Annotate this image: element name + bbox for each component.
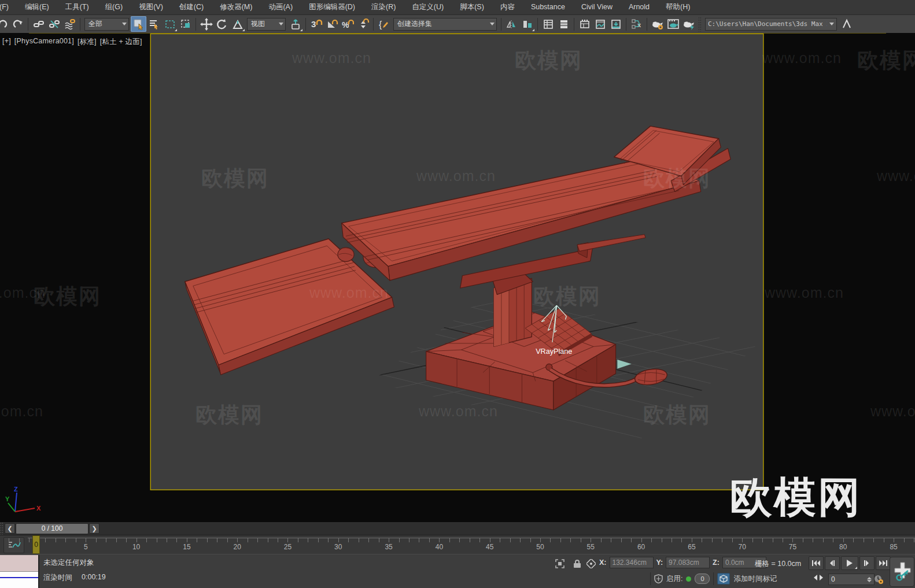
named-selection-set-dropdown[interactable]: 创建选择集 (393, 18, 497, 31)
menu-item-2[interactable]: 工具(T) (57, 0, 97, 14)
rectangular-selection-region-icon[interactable] (162, 16, 178, 32)
enable-label: 启用: (666, 574, 682, 584)
render-production-icon[interactable] (681, 16, 696, 32)
go-to-start-button[interactable] (809, 556, 824, 570)
dope-sheet-icon[interactable] (608, 16, 623, 32)
menu-item-8[interactable]: 图形编辑器(D) (301, 0, 363, 14)
object-name-label[interactable]: VRayPlane (536, 347, 572, 356)
viewport[interactable]: VRayPlane [+] [PhysCamera001] [标准] [粘土 +… (0, 33, 915, 522)
project-folder-field[interactable]: C:\Users\Han\Documents\3ds Max 2022 (705, 18, 837, 31)
camera-view-area[interactable] (150, 34, 763, 490)
isolate-selection-toggle[interactable] (554, 558, 566, 569)
toggle-ribbon-icon[interactable] (577, 16, 592, 32)
curve-editor-icon[interactable] (592, 16, 608, 32)
redo-icon[interactable] (10, 16, 25, 32)
undo-icon[interactable] (0, 16, 10, 32)
reference-coordinate-value: 视图 (251, 19, 265, 29)
listener-script-pane[interactable] (0, 572, 38, 588)
schematic-view-icon[interactable]: x (629, 16, 644, 32)
spinner-snap-icon[interactable] (355, 16, 371, 32)
menu-item-4[interactable]: 视图(V) (131, 0, 171, 14)
select-and-move-icon[interactable] (198, 16, 214, 32)
viewport-standard-label[interactable]: [标准] (78, 37, 97, 47)
menu-item-5[interactable]: 创建(C) (171, 0, 212, 14)
current-frame-marker[interactable]: 0 (32, 535, 40, 554)
menu-item-13[interactable]: Substance (523, 0, 573, 14)
align-icon[interactable] (519, 16, 535, 32)
reference-coordinate-dropdown[interactable]: 视图 (247, 18, 286, 31)
menu-item-12[interactable]: 内容 (492, 0, 523, 14)
toggle-layer-explorer-icon[interactable] (556, 16, 571, 32)
menu-item-0[interactable]: 文件(F) (0, 0, 17, 14)
previous-frame-button[interactable] (825, 556, 840, 570)
menu-item-1[interactable]: 编辑(E) (17, 0, 57, 14)
x-coordinate-field[interactable] (610, 557, 654, 568)
select-and-link-icon[interactable] (31, 16, 46, 32)
render-setup-icon[interactable] (650, 16, 665, 32)
selection-filter-value: 全部 (88, 19, 102, 29)
y-coordinate-field[interactable] (666, 557, 710, 568)
menu-item-9[interactable]: 渲染(R) (363, 0, 404, 14)
use-pivot-point-icon[interactable] (287, 16, 303, 32)
viewport-shading-label[interactable]: [粘土 + 边面] (100, 37, 142, 47)
menu-item-7[interactable]: 动画(A) (260, 0, 301, 14)
toggle-scene-explorer-icon[interactable] (540, 16, 556, 32)
selection-filter-dropdown[interactable]: 全部 (84, 18, 129, 31)
next-frame-slider-button[interactable]: ❯ (89, 523, 99, 534)
menu-item-14[interactable]: Civil View (573, 0, 621, 14)
window-crossing-toggle-icon[interactable] (178, 16, 193, 32)
scene-canvas[interactable]: VRayPlane (0, 33, 915, 522)
unlink-selection-icon[interactable] (46, 16, 62, 32)
add-time-tag-label[interactable]: 添加时间标记 (733, 574, 777, 584)
angle-snap-icon[interactable] (324, 16, 340, 32)
next-frame-button[interactable] (859, 556, 875, 570)
menu-item-6[interactable]: 修改器(M) (212, 0, 260, 14)
edit-named-selection-sets-icon[interactable]: { (376, 16, 392, 32)
select-and-scale-icon[interactable] (230, 16, 245, 32)
world-axis-tripod: Z X Y (5, 486, 45, 517)
menu-item-16[interactable]: 帮助(H) (658, 0, 698, 14)
frame-spinner[interactable] (867, 577, 872, 582)
frame-label-55: 55 (587, 543, 595, 551)
viewport-menu-plus[interactable]: [+] (2, 37, 11, 47)
go-to-end-button[interactable] (876, 556, 891, 570)
previous-frame-slider-button[interactable]: ❮ (5, 523, 15, 534)
select-by-name-icon[interactable] (146, 16, 162, 32)
time-slider-handle[interactable]: 0 / 100 (16, 523, 88, 534)
menu-item-15[interactable]: Arnold (621, 0, 658, 14)
snap-toggle-3d-icon[interactable]: 3 (308, 16, 324, 32)
clipped-toolbar-icon[interactable] (839, 16, 854, 32)
chevron-down-icon (122, 23, 127, 25)
toolbar-separator (626, 18, 626, 31)
percent-snap-icon[interactable]: % (340, 16, 355, 32)
frame-label-20: 20 (234, 543, 241, 551)
set-key-button[interactable] (890, 557, 914, 587)
play-animation-button[interactable] (841, 556, 858, 570)
viewport-pov-label[interactable]: [PhysCamera001] (14, 37, 74, 47)
absolute-offset-mode-toggle[interactable] (585, 558, 597, 569)
time-configuration-button[interactable] (873, 574, 884, 585)
track-bar[interactable]: 0510152025303540455055606570758085 0 (0, 535, 915, 554)
enabled-count-badge[interactable]: 0 (695, 574, 710, 584)
project-folder-path: C:\Users\Han\Documents\3ds Max 2022 (708, 20, 827, 28)
time-slider-grip[interactable] (0, 522, 4, 535)
key-mode-toggle[interactable] (813, 574, 824, 581)
bind-to-space-warp-icon[interactable] (62, 16, 78, 32)
shield-icon[interactable] (654, 574, 663, 583)
flyout-corner (532, 29, 534, 31)
mirror-icon[interactable] (504, 16, 519, 32)
menu-item-11[interactable]: 脚本(S) (452, 0, 492, 14)
cube-icon[interactable] (717, 573, 730, 585)
toolbar-drag-handle[interactable] (698, 17, 702, 32)
maxscript-mini-listener[interactable] (0, 555, 39, 588)
menu-item-10[interactable]: 自定义(U) (404, 0, 452, 14)
menu-item-3[interactable]: 组(G) (97, 0, 131, 14)
axis-y-label: Y (5, 495, 10, 502)
current-frame-field[interactable]: 0 (828, 574, 875, 585)
grid-size-label: 栅格 = 10.0cm (755, 559, 801, 569)
select-and-rotate-icon[interactable] (214, 16, 230, 32)
rendered-frame-window-icon[interactable] (665, 16, 681, 32)
listener-macro-pane[interactable] (0, 555, 38, 572)
selection-lock-toggle[interactable] (571, 558, 583, 569)
select-object-button[interactable] (131, 16, 146, 32)
